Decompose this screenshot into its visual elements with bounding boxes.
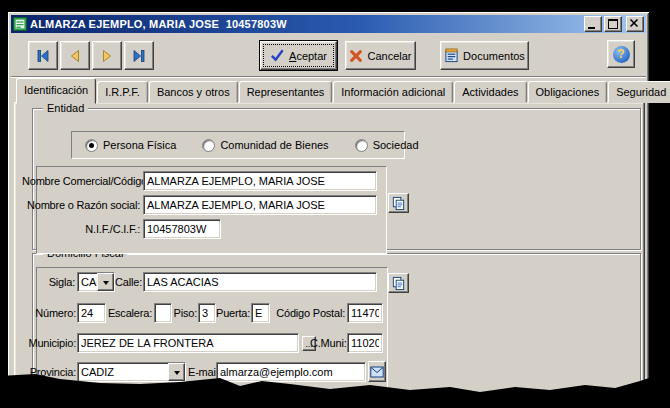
- provincia-value: CADIZ: [78, 363, 168, 381]
- tab-actividades[interactable]: Actividades: [454, 81, 526, 103]
- maximize-icon: [608, 19, 618, 29]
- documentos-label: Documentos: [463, 50, 525, 62]
- razon-social-label: Nombre o Razón social:: [22, 195, 140, 215]
- radio-comunidad-de-bienes[interactable]: Comunidad de Bienes: [202, 139, 328, 152]
- entity-type-panel: Persona Física Comunidad de Bienes Socie…: [71, 131, 405, 159]
- last-record-icon: [131, 48, 147, 64]
- copy-name-button[interactable]: [388, 193, 409, 213]
- copy-icon: [391, 276, 406, 291]
- help-button[interactable]: ?: [607, 40, 635, 68]
- tab-seguridad[interactable]: Seguridad: [608, 81, 670, 103]
- nif-input[interactable]: [143, 219, 221, 239]
- x-icon: [349, 49, 363, 63]
- numero-label: Número:: [26, 303, 76, 323]
- provincia-dropdown-button[interactable]: [168, 363, 185, 381]
- last-record-button[interactable]: [124, 41, 154, 70]
- previous-record-icon: [67, 48, 83, 64]
- copy-address-button[interactable]: [388, 273, 409, 293]
- toolbar-separator: [11, 76, 646, 78]
- cmuni-input[interactable]: [347, 333, 383, 353]
- tab-representantes[interactable]: Representantes: [239, 81, 333, 103]
- minimize-icon: [588, 27, 595, 29]
- codigo-postal-label: Código Postal:: [270, 303, 345, 323]
- documents-icon: [444, 48, 459, 63]
- first-record-button[interactable]: [28, 41, 58, 70]
- chevron-down-icon: [103, 281, 109, 288]
- screen: ALMARZA EJEMPLO, MARIA JOSE 10457803W: [0, 0, 670, 408]
- close-button[interactable]: [626, 16, 644, 32]
- cancelar-button[interactable]: Cancelar: [345, 41, 416, 70]
- groupbox-entidad-legend: Entidad: [43, 102, 88, 114]
- radio-comunidad-de-bienes-label: Comunidad de Bienes: [220, 139, 328, 151]
- cmuni-label: C.Muni:: [310, 333, 345, 353]
- close-icon: [629, 18, 639, 28]
- app-window: ALMARZA EJEMPLO, MARIA JOSE 10457803W: [8, 12, 649, 406]
- previous-record-button[interactable]: [60, 41, 90, 70]
- piso-input[interactable]: [198, 303, 216, 323]
- municipio-input[interactable]: [77, 333, 299, 353]
- calle-input[interactable]: [143, 272, 377, 292]
- cancelar-label: Cancelar: [367, 50, 411, 62]
- radio-sociedad-icon[interactable]: [355, 139, 368, 152]
- tab-bar: Identificación I.R.P.F. Bancos y otros R…: [16, 79, 670, 103]
- radio-persona-fisica[interactable]: Persona Física: [85, 139, 176, 152]
- chevron-down-icon: [174, 371, 180, 378]
- app-icon: [13, 17, 27, 31]
- nombre-comercial-label: Nombre Comercial/Código:: [22, 171, 140, 191]
- email-input[interactable]: [216, 362, 366, 382]
- escalera-input[interactable]: [154, 303, 172, 323]
- sigla-select[interactable]: CALL: [77, 272, 115, 292]
- radio-persona-fisica-icon[interactable]: [85, 139, 98, 152]
- puerta-label: Puerta:: [216, 303, 250, 323]
- radio-sociedad[interactable]: Sociedad: [355, 139, 419, 152]
- help-icon: ?: [613, 46, 630, 63]
- envelope-icon: [370, 366, 384, 378]
- radio-persona-fisica-label: Persona Física: [103, 139, 176, 151]
- first-record-icon: [35, 48, 51, 64]
- radio-sociedad-label: Sociedad: [373, 139, 419, 151]
- documentos-button[interactable]: Documentos: [440, 41, 529, 70]
- razon-social-input[interactable]: [143, 195, 377, 215]
- codigo-postal-input[interactable]: [347, 303, 383, 323]
- radio-comunidad-de-bienes-icon[interactable]: [202, 139, 215, 152]
- sigla-label: Sigla:: [26, 272, 75, 292]
- next-record-icon: [99, 48, 115, 64]
- tab-identificacion[interactable]: Identificación: [16, 78, 96, 104]
- minimize-button[interactable]: [584, 16, 602, 32]
- calle-label: Calle:: [112, 272, 142, 292]
- title-bar[interactable]: ALMARZA EJEMPLO, MARIA JOSE 10457803W: [11, 15, 646, 33]
- nif-label: N.I.F./C.I.F.:: [22, 219, 140, 239]
- tab-obligaciones[interactable]: Obligaciones: [528, 81, 608, 103]
- send-email-button[interactable]: [368, 361, 386, 382]
- escalera-label: Escalera:: [106, 303, 152, 323]
- aceptar-label: Aceptar: [289, 50, 327, 62]
- copy-icon: [391, 196, 406, 211]
- tab-irpf[interactable]: I.R.P.F.: [97, 81, 148, 103]
- provincia-select[interactable]: CADIZ: [77, 362, 186, 382]
- tab-bancos-y-otros[interactable]: Bancos y otros: [149, 81, 238, 103]
- numero-input[interactable]: [77, 303, 106, 323]
- puerta-input[interactable]: [251, 303, 270, 323]
- sigla-value: CALL: [78, 273, 97, 291]
- window-title: ALMARZA EJEMPLO, MARIA JOSE 10457803W: [30, 18, 582, 30]
- piso-label: Piso:: [172, 303, 197, 323]
- check-icon: [270, 48, 285, 63]
- maximize-button[interactable]: [604, 16, 622, 32]
- municipio-label: Municipio:: [26, 333, 76, 353]
- aceptar-button[interactable]: Aceptar: [260, 41, 337, 70]
- tab-informacion-adicional[interactable]: Información adicional: [333, 81, 453, 103]
- nombre-comercial-input[interactable]: [143, 171, 377, 191]
- next-record-button[interactable]: [92, 41, 122, 70]
